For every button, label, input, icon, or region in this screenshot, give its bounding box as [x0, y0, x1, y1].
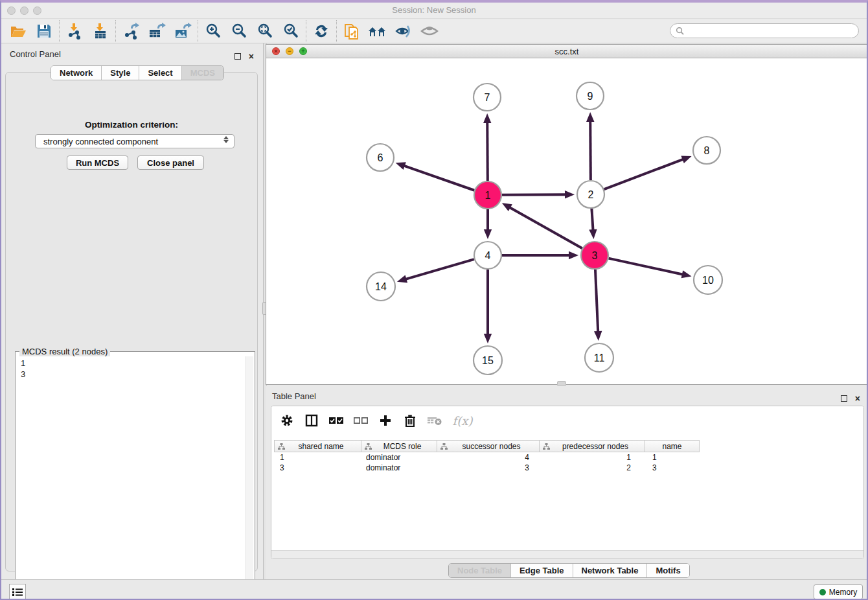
delete-column-icon[interactable]	[402, 413, 418, 428]
horizontal-splitter-grip[interactable]	[557, 381, 566, 386]
hide-selected-icon[interactable]	[391, 21, 417, 41]
graph-edge[interactable]	[508, 207, 582, 248]
session-title: Session: New Session	[1, 5, 867, 15]
tab-node-table[interactable]: Node Table	[449, 564, 511, 577]
cell-mcds-role[interactable]: dominator	[361, 463, 437, 473]
import-network-icon[interactable]	[62, 21, 87, 41]
graph-node-label: 7	[485, 92, 490, 103]
graph-edge[interactable]	[487, 121, 488, 181]
export-network-icon[interactable]	[118, 21, 144, 41]
graph-node-label: 15	[482, 355, 494, 366]
cell-name[interactable]: 3	[645, 463, 700, 473]
graph-node-label: 3	[592, 250, 598, 261]
column-header-shared-name[interactable]: shared name	[274, 440, 361, 452]
table-header-row: shared name MCDS role successor nodes pr…	[274, 440, 700, 452]
task-history-button[interactable]	[9, 584, 26, 600]
cell-shared-name[interactable]: 3	[274, 463, 361, 473]
cell-shared-name[interactable]: 1	[274, 452, 361, 463]
run-mcds-button[interactable]: Run MCDS	[67, 156, 128, 170]
tab-style[interactable]: Style	[102, 66, 139, 80]
graph-edge-arrowhead	[565, 190, 575, 198]
column-type-icon	[440, 443, 448, 452]
graph-edge[interactable]	[502, 194, 567, 195]
split-columns-icon[interactable]	[304, 413, 319, 428]
graph-node-label: 4	[485, 250, 491, 261]
network-graph-canvas[interactable]: 1234678910111415	[267, 59, 867, 384]
delete-table-icon	[427, 413, 442, 428]
result-line: 1	[21, 358, 242, 369]
float-table-panel-icon[interactable]	[841, 393, 847, 404]
graph-edge-arrowhead	[484, 334, 492, 343]
close-panel-icon[interactable]: ×	[249, 51, 254, 62]
graph-edge-arrowhead	[681, 270, 692, 278]
float-panel-icon[interactable]	[234, 51, 241, 62]
search-icon	[676, 27, 684, 35]
table-panel: Table Panel ×	[266, 386, 868, 579]
save-session-icon[interactable]	[31, 21, 57, 41]
tab-network[interactable]: Network	[51, 66, 102, 80]
select-all-columns-icon[interactable]	[328, 413, 344, 428]
graph-edge-arrowhead	[589, 229, 597, 239]
list-icon	[12, 588, 23, 597]
tab-select[interactable]: Select	[139, 66, 181, 80]
zoom-selected-icon[interactable]	[278, 21, 304, 41]
cell-mcds-role[interactable]: dominator	[361, 452, 437, 463]
cell-predecessor-nodes[interactable]: 1	[540, 452, 645, 463]
toolbar-separator	[198, 20, 198, 42]
network-window-titlebar[interactable]: × − + scc.txt	[266, 45, 867, 58]
graph-edge[interactable]	[604, 159, 685, 189]
close-table-panel-icon[interactable]: ×	[855, 393, 860, 404]
column-header-predecessor-nodes[interactable]: predecessor nodes	[540, 440, 645, 452]
add-column-icon[interactable]	[378, 413, 393, 428]
export-image-icon[interactable]	[170, 21, 196, 41]
zoom-out-icon[interactable]	[226, 21, 252, 41]
zoom-in-icon[interactable]	[200, 21, 226, 41]
apply-layout-icon[interactable]	[308, 21, 334, 41]
first-neighbors-icon[interactable]	[365, 21, 391, 41]
column-header-mcds-role[interactable]: MCDS role	[361, 440, 437, 452]
network-overview-icon[interactable]	[339, 21, 365, 41]
table-bottom-strip	[271, 550, 863, 559]
export-table-icon[interactable]	[144, 21, 170, 41]
result-scrollbar[interactable]	[246, 356, 253, 592]
graph-edge-arrowhead	[594, 331, 602, 341]
graph-node-label: 10	[702, 275, 714, 286]
cell-name[interactable]: 1	[645, 452, 700, 463]
graph-edge[interactable]	[403, 165, 474, 190]
cell-successor-nodes[interactable]: 3	[437, 463, 540, 473]
cell-predecessor-nodes[interactable]: 2	[540, 463, 645, 473]
graph-edge[interactable]	[595, 270, 598, 333]
zoom-fit-icon[interactable]	[252, 21, 278, 41]
search-field[interactable]	[670, 23, 859, 38]
criterion-dropdown[interactable]: strongly connected component	[35, 134, 234, 148]
tab-mcds[interactable]: MCDS	[182, 66, 223, 80]
gear-icon[interactable]	[279, 413, 295, 428]
node-table: shared name MCDS role successor nodes pr…	[274, 440, 700, 473]
graph-edge[interactable]	[404, 259, 474, 279]
table-row[interactable]: 3 dominator 3 2 3	[274, 463, 700, 473]
mcds-result-text[interactable]: 1 3	[17, 356, 246, 592]
close-panel-button[interactable]: Close panel	[137, 156, 204, 170]
graph-edge[interactable]	[591, 209, 593, 231]
column-header-successor-nodes[interactable]: successor nodes	[437, 440, 540, 452]
search-input[interactable]	[687, 27, 858, 36]
open-session-icon[interactable]	[5, 21, 31, 41]
graph-edge-arrowhead	[396, 162, 406, 170]
control-panel-tabs: Network Style Select MCDS	[51, 65, 224, 80]
tab-edge-table[interactable]: Edge Table	[511, 564, 573, 577]
graph-edge[interactable]	[608, 259, 683, 275]
cell-successor-nodes[interactable]: 4	[437, 452, 540, 463]
table-row[interactable]: 1 dominator 4 1 1	[274, 452, 700, 463]
graph-edge[interactable]	[590, 120, 591, 180]
import-table-icon[interactable]	[87, 21, 113, 41]
column-header-name[interactable]: name	[645, 440, 700, 452]
title-bar: Session: New Session	[1, 3, 867, 19]
tab-network-table[interactable]: Network Table	[573, 564, 648, 577]
graph-node-label: 11	[594, 352, 605, 363]
show-all-icon[interactable]	[417, 21, 442, 41]
memory-button[interactable]: Memory	[814, 584, 863, 599]
dropdown-stepper-icon	[223, 136, 229, 143]
tab-motifs[interactable]: Motifs	[647, 564, 689, 577]
deselect-all-columns-icon[interactable]	[353, 413, 369, 428]
memory-label: Memory	[829, 588, 857, 597]
